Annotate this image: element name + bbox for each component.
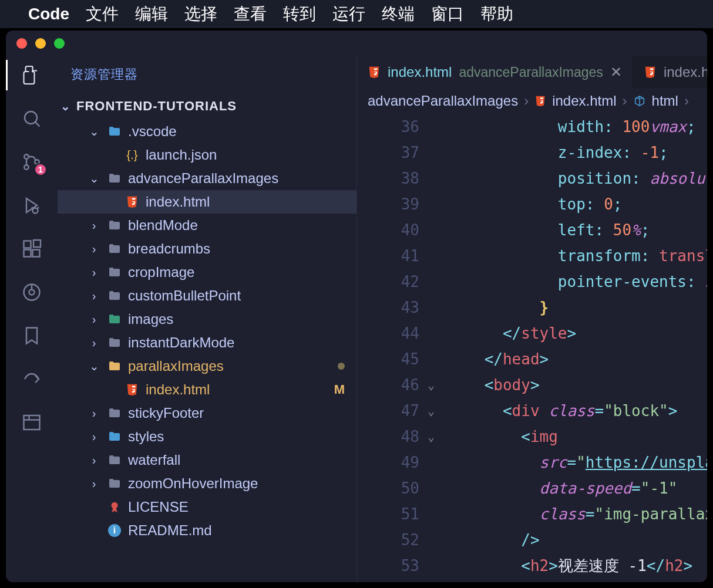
bookmark-icon[interactable] bbox=[20, 324, 43, 347]
tab-label: index.h bbox=[664, 64, 707, 80]
breadcrumb[interactable]: advanceParallaxImages › index.html › htm… bbox=[357, 88, 707, 114]
code-area[interactable]: 363738394041424344454647484950515253 ⌄⌄⌄… bbox=[357, 114, 707, 582]
maximize-window-button[interactable] bbox=[54, 38, 65, 49]
tab-index-other[interactable]: index.h bbox=[633, 56, 707, 88]
tree-folder[interactable]: ›images bbox=[58, 307, 356, 331]
crumb[interactable]: advanceParallaxImages bbox=[368, 93, 518, 109]
svg-line-1 bbox=[35, 122, 40, 127]
svg-point-19 bbox=[112, 502, 118, 509]
svg-line-8 bbox=[37, 207, 39, 209]
crumb[interactable]: html bbox=[652, 93, 678, 109]
tree-folder[interactable]: ›cropImage bbox=[58, 261, 356, 284]
tab-label: index.html bbox=[388, 64, 452, 80]
tabs: index.html advanceParallaxImages ✕ index… bbox=[357, 56, 707, 88]
extensions-icon[interactable] bbox=[20, 237, 43, 261]
folder-icon bbox=[107, 265, 122, 279]
chevron-icon: › bbox=[87, 313, 101, 326]
tree-item-label: index.html bbox=[146, 194, 210, 210]
svg-rect-12 bbox=[33, 240, 41, 247]
app-name[interactable]: Code bbox=[28, 5, 69, 23]
svg-rect-10 bbox=[24, 250, 31, 257]
svg-rect-11 bbox=[33, 250, 40, 257]
sidebar: 资源管理器 ⌄ FRONTEND-TUTORIALS ⌄.vscode{.}la… bbox=[58, 56, 357, 582]
html-icon bbox=[368, 66, 381, 79]
tree-file[interactable]: LICENSE bbox=[58, 495, 356, 519]
svg-marker-5 bbox=[26, 198, 37, 212]
tree-item-label: parallaxImages bbox=[128, 358, 224, 374]
search-icon[interactable] bbox=[20, 107, 43, 130]
chevron-right-icon: › bbox=[623, 93, 627, 109]
symbol-icon bbox=[633, 94, 646, 107]
tree-folder[interactable]: ›customBulletPoint bbox=[58, 284, 356, 307]
tree-folder[interactable]: ⌄advanceParallaxImages bbox=[58, 167, 356, 190]
chevron-down-icon: ⌄ bbox=[59, 99, 73, 113]
tree-folder[interactable]: ›styles bbox=[58, 425, 356, 448]
share-icon[interactable] bbox=[20, 367, 43, 391]
file-tree: ⌄.vscode{.}launch.json⌄advanceParallaxIm… bbox=[58, 120, 356, 582]
chevron-icon: › bbox=[87, 454, 101, 467]
chevron-right-icon: › bbox=[684, 93, 689, 109]
tab-index-advance[interactable]: index.html advanceParallaxImages ✕ bbox=[357, 56, 633, 88]
chevron-icon: › bbox=[87, 430, 101, 444]
tree-folder[interactable]: ›waterfall bbox=[58, 448, 356, 472]
minimize-window-button[interactable] bbox=[35, 38, 46, 49]
project-icon[interactable] bbox=[20, 411, 43, 434]
folder-icon bbox=[107, 312, 122, 326]
menu-select[interactable]: 选择 bbox=[184, 3, 217, 25]
tree-folder[interactable]: ›zoomOnHoverImage bbox=[58, 472, 356, 495]
titlebar bbox=[6, 31, 707, 56]
tree-folder[interactable]: ⌄parallaxImages bbox=[58, 354, 356, 378]
menu-run[interactable]: 运行 bbox=[332, 3, 365, 25]
editor: index.html advanceParallaxImages ✕ index… bbox=[357, 56, 707, 582]
folder-icon bbox=[107, 289, 122, 303]
crumb[interactable]: index.html bbox=[552, 93, 616, 109]
tree-file[interactable]: index.htmlM bbox=[58, 378, 356, 401]
code-content[interactable]: width: 100vmax; z-index: -1; position: a… bbox=[448, 114, 707, 582]
run-debug-icon[interactable] bbox=[20, 194, 43, 217]
modified-dot-icon bbox=[338, 363, 345, 370]
gitlens-icon[interactable] bbox=[20, 281, 43, 304]
tree-folder[interactable]: ›blendMode bbox=[58, 214, 356, 237]
tree-item-label: .vscode bbox=[128, 123, 177, 140]
menu-go[interactable]: 转到 bbox=[283, 3, 316, 25]
tree-item-label: blendMode bbox=[128, 217, 198, 234]
menu-file[interactable]: 文件 bbox=[86, 3, 119, 25]
tree-item-label: index.html bbox=[146, 381, 210, 398]
close-window-button[interactable] bbox=[16, 38, 27, 49]
tree-item-label: breadcrumbs bbox=[128, 241, 210, 257]
menu-help[interactable]: 帮助 bbox=[480, 3, 513, 25]
tree-item-label: styles bbox=[128, 428, 164, 445]
html-icon bbox=[125, 195, 140, 208]
folder-icon bbox=[107, 477, 122, 491]
tab-sub: advanceParallaxImages bbox=[459, 65, 603, 80]
folder-icon bbox=[107, 218, 122, 232]
menu-terminal[interactable]: 终端 bbox=[382, 3, 415, 25]
folder-icon bbox=[107, 171, 122, 185]
tree-file[interactable]: iREADME.md bbox=[58, 519, 356, 542]
tree-item-label: customBulletPoint bbox=[128, 288, 241, 304]
folder-icon bbox=[107, 406, 122, 420]
svg-point-3 bbox=[24, 165, 29, 170]
explorer-icon[interactable] bbox=[20, 63, 43, 87]
tree-file[interactable]: {.}launch.json bbox=[58, 143, 356, 167]
sidebar-section-header[interactable]: ⌄ FRONTEND-TUTORIALS bbox=[58, 93, 356, 120]
json-icon: {.} bbox=[125, 148, 140, 162]
tree-folder[interactable]: ›breadcrumbs bbox=[58, 237, 356, 261]
tree-file[interactable]: index.html bbox=[58, 190, 356, 214]
close-icon[interactable]: ✕ bbox=[610, 64, 622, 80]
activity-bar: 1 bbox=[6, 56, 58, 582]
html-icon bbox=[125, 383, 140, 396]
tree-folder[interactable]: ›stickyFooter bbox=[58, 401, 356, 425]
menu-window[interactable]: 窗口 bbox=[431, 3, 464, 25]
html-icon bbox=[644, 66, 657, 79]
menu-view[interactable]: 查看 bbox=[234, 3, 267, 25]
tree-item-label: stickyFooter bbox=[128, 405, 204, 421]
folder-icon bbox=[107, 242, 122, 256]
tree-folder[interactable]: ›instantDarkMode bbox=[58, 331, 356, 354]
tree-folder[interactable]: ⌄.vscode bbox=[58, 120, 356, 143]
chevron-icon: › bbox=[87, 477, 101, 491]
menu-edit[interactable]: 编辑 bbox=[135, 3, 168, 25]
source-control-icon[interactable]: 1 bbox=[20, 150, 43, 174]
fold-column[interactable]: ⌄⌄⌄ bbox=[428, 114, 448, 582]
folder-icon bbox=[107, 359, 122, 373]
